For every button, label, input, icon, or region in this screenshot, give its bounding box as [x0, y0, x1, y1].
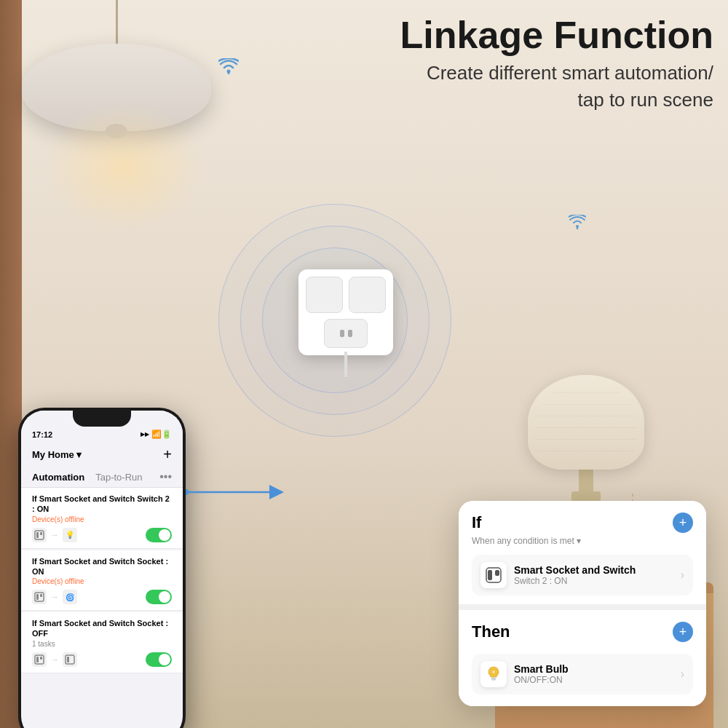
plug-cable [344, 352, 347, 377]
automation-list: If Smart Socket and Switch Switch 2 : ON… [21, 488, 183, 675]
card-device-icon-switch [480, 562, 507, 588]
svg-point-20 [492, 670, 495, 673]
socket-holes [340, 330, 352, 337]
card-section-divider [459, 604, 706, 610]
wifi-icon-lamp [218, 58, 239, 79]
list-item-icon-switch2 [32, 590, 47, 604]
list-item-title: If Smart Socket and Switch Socket : ON [32, 556, 172, 577]
svg-rect-11 [66, 655, 74, 664]
list-item-arrow: → [50, 530, 59, 540]
list-item-toggle-2[interactable] [146, 590, 172, 604]
ceiling-lamp [15, 0, 218, 131]
card-device-info-2: Smart Bulb ON/OFF:ON [514, 663, 673, 685]
switch-button-2[interactable] [349, 277, 386, 313]
phone-time: 17:12 [32, 430, 52, 439]
svg-rect-6 [36, 594, 39, 600]
svg-rect-5 [35, 593, 44, 601]
list-item-title: If Smart Socket and Switch Socket : OFF [32, 618, 172, 639]
svg-rect-9 [36, 657, 39, 662]
list-item-title: If Smart Socket and Switch Switch 2 : ON [32, 494, 172, 515]
automation-card: If + When any condition is met ▾ Smart S… [459, 501, 706, 706]
page-title: Linkage Function [400, 15, 713, 56]
svg-rect-16 [488, 570, 492, 580]
list-item[interactable]: If Smart Socket and Switch Socket : ON D… [21, 550, 183, 612]
svg-point-1 [576, 225, 579, 228]
card-if-subtitle[interactable]: When any condition is met ▾ [472, 536, 693, 546]
tab-more-options[interactable]: ••• [159, 470, 172, 483]
phone-tabs: Automation Tap-to-Run ••• [21, 467, 183, 488]
card-then-section: Then + Smart Bulb ON/OFF:ON › [459, 610, 706, 706]
wall-switch-panel [298, 269, 393, 355]
list-item-icon-switch3 [32, 652, 47, 667]
my-home-button[interactable]: My Home ▾ [32, 449, 82, 460]
list-item-icon-fan: 🌀 [63, 590, 77, 604]
card-device-row-2[interactable]: Smart Bulb ON/OFF:ON › [472, 654, 693, 695]
svg-rect-17 [495, 570, 499, 576]
switch-socket[interactable] [324, 319, 368, 348]
list-item-row: → [32, 652, 172, 667]
page-subtitle: Create different smart automation/ tap t… [400, 60, 713, 113]
list-item-arrow: → [50, 592, 59, 602]
bulb-icon: 💡 [66, 531, 74, 539]
svg-rect-4 [40, 532, 42, 535]
card-then-label: Then [472, 622, 510, 641]
card-device-name-1: Smart Socket and Switch [514, 564, 673, 576]
phone-status-icons: ▸▸ 📶🔋 [141, 430, 172, 439]
phone-screen: 17:12 ▸▸ 📶🔋 My Home ▾ + Automation Tap-t… [21, 411, 183, 728]
card-device-status-1: Switch 2 : ON [514, 576, 673, 586]
card-if-section: If + When any condition is met ▾ Smart S… [459, 501, 706, 604]
list-item-status: 1 tasks [32, 640, 172, 648]
socket-hole-2 [348, 330, 352, 337]
table-lamp-base-top [579, 470, 593, 491]
card-then-add-button[interactable]: + [673, 622, 693, 642]
connector [186, 485, 288, 502]
list-item-row: → 🌀 [32, 590, 172, 604]
switch-buttons-row [306, 277, 386, 313]
tab-tap-to-run[interactable]: Tap-to-Run [95, 472, 142, 483]
card-device-name-2: Smart Bulb [514, 663, 673, 675]
svg-rect-2 [35, 531, 44, 539]
list-item-arrow: → [50, 654, 59, 665]
svg-rect-18 [491, 678, 496, 679]
card-device-icon-bulb [480, 661, 507, 687]
card-device-status-2: ON/OFF:ON [514, 675, 673, 685]
card-device-row-1[interactable]: Smart Socket and Switch Switch 2 : ON › [472, 555, 693, 596]
title-area: Linkage Function Create different smart … [400, 15, 713, 113]
svg-rect-19 [491, 679, 496, 681]
fan-icon: 🌀 [66, 593, 74, 601]
card-if-label: If [472, 513, 481, 532]
card-then-header: Then + [472, 622, 693, 642]
phone-body: 17:12 ▸▸ 📶🔋 My Home ▾ + Automation Tap-t… [18, 408, 186, 728]
card-chevron-1: › [681, 569, 684, 582]
card-if-header: If + [472, 513, 693, 533]
list-item-toggle-3[interactable] [146, 652, 172, 667]
socket-hole-1 [340, 330, 344, 337]
card-chevron-2: › [681, 668, 684, 681]
list-item[interactable]: If Smart Socket and Switch Socket : OFF … [21, 612, 183, 673]
list-item-icon-switch-small [63, 652, 77, 667]
tab-automation[interactable]: Automation [32, 472, 84, 483]
phone-nav-header: My Home ▾ + [21, 443, 183, 467]
card-if-add-button[interactable]: + [673, 513, 693, 533]
phone-add-button[interactable]: + [163, 446, 172, 463]
list-item-status: Device(s) offline [32, 577, 172, 585]
card-device-info-1: Smart Socket and Switch Switch 2 : ON [514, 564, 673, 586]
switch-button-1[interactable] [306, 277, 343, 313]
list-item-status: Device(s) offline [32, 515, 172, 523]
list-item-toggle-1[interactable] [146, 528, 172, 542]
svg-rect-7 [40, 594, 42, 597]
wifi-icon-device [569, 215, 586, 233]
table-lamp-shade [528, 375, 644, 470]
svg-rect-10 [40, 657, 42, 660]
list-item-icon-bulb: 💡 [63, 528, 77, 542]
svg-point-14 [186, 489, 189, 495]
list-item-icon-switch [32, 528, 47, 542]
svg-point-0 [227, 70, 231, 74]
svg-rect-3 [36, 532, 39, 538]
phone-notch [73, 411, 131, 427]
list-item-row: → 💡 [32, 528, 172, 542]
svg-rect-12 [67, 657, 69, 662]
phone-container: 17:12 ▸▸ 📶🔋 My Home ▾ + Automation Tap-t… [18, 408, 186, 713]
lamp-shade [22, 44, 211, 131]
list-item[interactable]: If Smart Socket and Switch Switch 2 : ON… [21, 488, 183, 549]
